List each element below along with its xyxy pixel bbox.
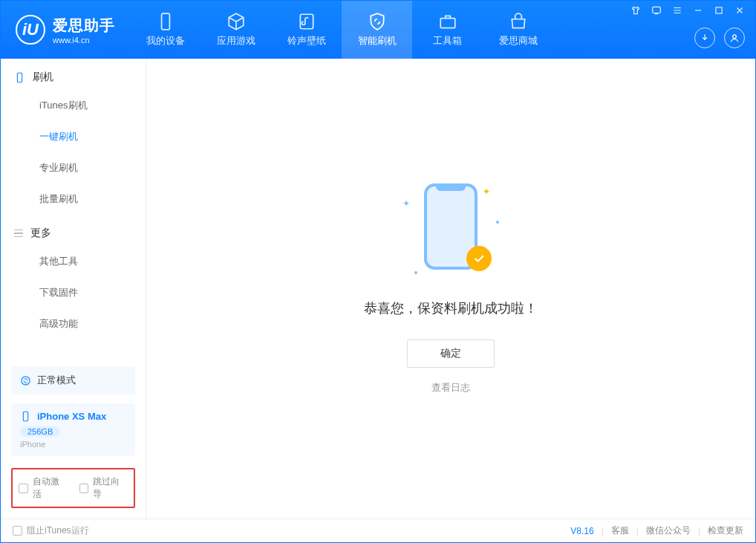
tab-smart-flash[interactable]: 智能刷机 (342, 1, 412, 59)
view-log-link[interactable]: 查看日志 (431, 381, 470, 394)
svg-rect-6 (17, 73, 22, 82)
shield-refresh-icon (368, 12, 387, 31)
logo-text: 爱思助手 www.i4.cn (53, 16, 115, 45)
dot-icon (496, 221, 499, 224)
tab-label: 智能刷机 (358, 34, 397, 48)
mode-box[interactable]: 正常模式 (11, 366, 135, 394)
sparkle-icon: ✦ (483, 186, 490, 197)
cube-icon (227, 12, 246, 31)
success-message: 恭喜您，保资料刷机成功啦！ (364, 299, 538, 317)
wechat-link[interactable]: 微信公众号 (646, 524, 691, 537)
device-icon (156, 12, 175, 31)
mode-label: 正常模式 (37, 374, 76, 387)
success-illustration: ✦ ✦ (403, 183, 499, 280)
device-box[interactable]: iPhone XS Max 256GB iPhone (11, 403, 135, 456)
app-title: 爱思助手 (53, 16, 115, 36)
device-type: iPhone (20, 440, 126, 449)
customer-service-link[interactable]: 客服 (611, 524, 629, 537)
tab-store[interactable]: 爱思商城 (483, 1, 553, 59)
svg-point-5 (733, 35, 737, 39)
tab-toolbox[interactable]: 工具箱 (412, 1, 483, 59)
shirt-icon[interactable] (630, 5, 641, 16)
ok-button[interactable]: 确定 (407, 339, 495, 368)
svg-rect-4 (716, 7, 722, 13)
sidebar-item-batch-flash[interactable]: 批量刷机 (1, 183, 146, 215)
highlighted-checks: 自动激活 跳过向导 (11, 468, 135, 508)
sidebar: 刷机 iTunes刷机 一键刷机 专业刷机 批量刷机 更多 其他工具 下载固件 … (1, 59, 146, 518)
sidebar-item-other-tools[interactable]: 其他工具 (1, 246, 146, 277)
svg-point-7 (22, 376, 30, 384)
tab-label: 铃声壁纸 (287, 34, 326, 48)
shop-icon (509, 12, 528, 31)
check-label: 自动激活 (33, 475, 68, 501)
header-right (630, 1, 755, 59)
tab-my-device[interactable]: 我的设备 (130, 1, 201, 59)
tab-label: 爱思商城 (499, 34, 538, 48)
tab-ringtones-wallpapers[interactable]: 铃声壁纸 (271, 1, 342, 59)
checkmark-badge-icon (466, 246, 492, 271)
checkbox-auto-activate[interactable]: 自动激活 (19, 475, 68, 501)
minimize-icon[interactable] (693, 5, 703, 16)
svg-rect-3 (653, 7, 661, 13)
tab-label: 我的设备 (146, 34, 185, 48)
tab-label: 应用游戏 (217, 34, 255, 48)
sidebar-group-more: 更多 (1, 215, 146, 246)
device-name-row: iPhone XS Max (20, 411, 126, 422)
svg-rect-2 (440, 19, 455, 28)
sidebar-item-advanced[interactable]: 高级功能 (1, 308, 146, 339)
check-label: 阻止iTunes运行 (27, 524, 89, 537)
account-icon[interactable] (724, 27, 745, 48)
music-note-icon (297, 12, 316, 31)
svg-rect-8 (23, 412, 27, 421)
status-right: V8.16 | 客服 | 微信公众号 | 检查更新 (570, 524, 743, 537)
logo: iU 爱思助手 www.i4.cn (1, 15, 130, 45)
group-title: 刷机 (33, 71, 53, 84)
window-controls (630, 1, 745, 16)
sparkle-icon: ✦ (403, 198, 410, 209)
main-content: ✦ ✦ 恭喜您，保资料刷机成功啦！ 确定 查看日志 (146, 59, 755, 518)
check-update-link[interactable]: 检查更新 (708, 524, 743, 537)
phone-icon (20, 411, 31, 422)
status-bar: 阻止iTunes运行 V8.16 | 客服 | 微信公众号 | 检查更新 (1, 518, 755, 542)
header-bar: iU 爱思助手 www.i4.cn 我的设备 应用游戏 铃声壁纸 智能刷机 (1, 1, 755, 59)
tab-label: 工具箱 (433, 34, 462, 48)
maximize-icon[interactable] (714, 5, 724, 16)
briefcase-icon (438, 12, 457, 31)
list-icon (14, 230, 23, 238)
app-url: www.i4.cn (53, 36, 115, 45)
checkbox-icon (19, 484, 28, 493)
svg-rect-0 (161, 13, 169, 30)
version-label: V8.16 (570, 526, 593, 536)
sidebar-group-flash: 刷机 (1, 59, 146, 90)
sidebar-item-itunes-flash[interactable]: iTunes刷机 (1, 90, 146, 121)
checkbox-skip-guide[interactable]: 跳过向导 (79, 475, 128, 501)
main-tabs: 我的设备 应用游戏 铃声壁纸 智能刷机 工具箱 爱思商城 (130, 1, 553, 59)
dot-icon (414, 271, 417, 274)
logo-icon: iU (16, 15, 45, 45)
menu-icon[interactable] (672, 5, 682, 16)
device-capacity: 256GB (20, 426, 60, 437)
checkbox-icon (13, 526, 22, 536)
device-name: iPhone XS Max (37, 411, 106, 422)
checkbox-icon (79, 484, 89, 493)
sidebar-item-oneclick-flash[interactable]: 一键刷机 (1, 121, 146, 152)
tab-apps-games[interactable]: 应用游戏 (201, 1, 271, 59)
user-icons (694, 27, 745, 54)
sidebar-item-download-firmware[interactable]: 下载固件 (1, 277, 146, 308)
app-window: iU 爱思助手 www.i4.cn 我的设备 应用游戏 铃声壁纸 智能刷机 (0, 0, 756, 543)
group-title: 更多 (30, 227, 51, 240)
phone-icon (14, 72, 25, 83)
body: 刷机 iTunes刷机 一键刷机 专业刷机 批量刷机 更多 其他工具 下载固件 … (1, 59, 755, 518)
check-label: 跳过向导 (93, 475, 128, 501)
checkbox-block-itunes[interactable]: 阻止iTunes运行 (13, 524, 89, 537)
close-icon[interactable] (734, 5, 745, 16)
sidebar-item-pro-flash[interactable]: 专业刷机 (1, 152, 146, 183)
feedback-icon[interactable] (651, 5, 662, 16)
download-icon[interactable] (694, 27, 715, 48)
sync-icon (20, 375, 31, 386)
